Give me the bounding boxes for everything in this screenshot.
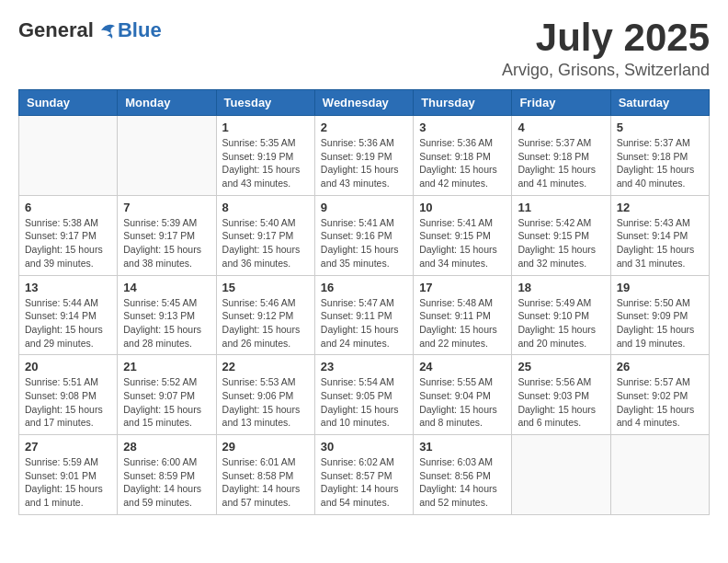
calendar-cell: 17Sunrise: 5:48 AM Sunset: 9:11 PM Dayli…	[414, 275, 512, 355]
day-info: Sunrise: 5:52 AM Sunset: 9:07 PM Dayligh…	[123, 375, 210, 430]
calendar-cell: 7Sunrise: 5:39 AM Sunset: 9:17 PM Daylig…	[118, 195, 216, 275]
calendar-cell: 31Sunrise: 6:03 AM Sunset: 8:56 PM Dayli…	[414, 435, 512, 515]
day-number: 27	[25, 440, 111, 454]
calendar-cell: 5Sunrise: 5:37 AM Sunset: 9:18 PM Daylig…	[610, 116, 709, 196]
calendar-cell: 24Sunrise: 5:55 AM Sunset: 9:04 PM Dayli…	[414, 355, 512, 435]
day-info: Sunrise: 5:57 AM Sunset: 9:02 PM Dayligh…	[617, 375, 703, 430]
calendar-cell	[118, 116, 216, 196]
calendar-cell: 18Sunrise: 5:49 AM Sunset: 9:10 PM Dayli…	[512, 275, 610, 355]
logo-bird-icon	[96, 19, 118, 41]
day-number: 23	[321, 360, 407, 373]
calendar-cell: 28Sunrise: 6:00 AM Sunset: 8:59 PM Dayli…	[118, 435, 216, 515]
day-number: 24	[419, 360, 506, 373]
day-info: Sunrise: 6:02 AM Sunset: 8:57 PM Dayligh…	[321, 455, 407, 510]
day-number: 29	[222, 440, 309, 454]
day-number: 6	[25, 201, 111, 214]
day-number: 26	[617, 360, 703, 373]
calendar-cell	[610, 435, 709, 515]
day-number: 20	[25, 360, 111, 373]
day-info: Sunrise: 5:50 AM Sunset: 9:09 PM Dayligh…	[617, 296, 703, 350]
day-info: Sunrise: 5:37 AM Sunset: 9:18 PM Dayligh…	[617, 136, 703, 190]
calendar-cell	[19, 116, 118, 196]
calendar-cell: 8Sunrise: 5:40 AM Sunset: 9:17 PM Daylig…	[216, 195, 314, 275]
day-info: Sunrise: 5:48 AM Sunset: 9:11 PM Dayligh…	[419, 296, 506, 350]
day-info: Sunrise: 5:43 AM Sunset: 9:14 PM Dayligh…	[617, 216, 703, 270]
day-number: 4	[518, 121, 604, 134]
weekday-header-tuesday: Tuesday	[216, 90, 314, 116]
calendar-cell: 3Sunrise: 5:36 AM Sunset: 9:18 PM Daylig…	[414, 116, 512, 196]
day-info: Sunrise: 6:03 AM Sunset: 8:56 PM Dayligh…	[419, 455, 506, 510]
calendar-week-row: 20Sunrise: 5:51 AM Sunset: 9:08 PM Dayli…	[19, 355, 710, 435]
weekday-header-thursday: Thursday	[414, 90, 512, 116]
day-info: Sunrise: 5:37 AM Sunset: 9:18 PM Dayligh…	[518, 136, 604, 190]
day-number: 5	[617, 121, 703, 134]
calendar-cell: 21Sunrise: 5:52 AM Sunset: 9:07 PM Dayli…	[118, 355, 216, 435]
day-info: Sunrise: 5:59 AM Sunset: 9:01 PM Dayligh…	[25, 455, 111, 510]
day-info: Sunrise: 5:53 AM Sunset: 9:06 PM Dayligh…	[222, 375, 309, 430]
page-header: General Blue July 2025 Arvigo, Grisons, …	[18, 18, 710, 80]
weekday-header-monday: Monday	[118, 90, 216, 116]
day-number: 3	[419, 121, 506, 134]
day-number: 8	[222, 201, 309, 214]
day-number: 18	[518, 281, 604, 294]
day-info: Sunrise: 5:49 AM Sunset: 9:10 PM Dayligh…	[518, 296, 604, 350]
calendar-cell: 29Sunrise: 6:01 AM Sunset: 8:58 PM Dayli…	[216, 435, 314, 515]
calendar-cell: 6Sunrise: 5:38 AM Sunset: 9:17 PM Daylig…	[19, 195, 118, 275]
weekday-header-sunday: Sunday	[19, 90, 118, 116]
logo-general-text: General	[18, 18, 94, 42]
day-info: Sunrise: 5:51 AM Sunset: 9:08 PM Dayligh…	[25, 375, 111, 430]
calendar-cell: 14Sunrise: 5:45 AM Sunset: 9:13 PM Dayli…	[118, 275, 216, 355]
calendar-cell: 19Sunrise: 5:50 AM Sunset: 9:09 PM Dayli…	[610, 275, 709, 355]
calendar-cell: 25Sunrise: 5:56 AM Sunset: 9:03 PM Dayli…	[512, 355, 610, 435]
day-number: 12	[617, 201, 703, 214]
day-info: Sunrise: 5:47 AM Sunset: 9:11 PM Dayligh…	[321, 296, 407, 350]
calendar-cell: 23Sunrise: 5:54 AM Sunset: 9:05 PM Dayli…	[314, 355, 413, 435]
location-text: Arvigo, Grisons, Switzerland	[502, 61, 710, 80]
calendar-cell: 9Sunrise: 5:41 AM Sunset: 9:16 PM Daylig…	[314, 195, 413, 275]
day-info: Sunrise: 5:42 AM Sunset: 9:15 PM Dayligh…	[518, 216, 604, 270]
calendar-cell: 20Sunrise: 5:51 AM Sunset: 9:08 PM Dayli…	[19, 355, 118, 435]
calendar-week-row: 27Sunrise: 5:59 AM Sunset: 9:01 PM Dayli…	[19, 435, 710, 515]
calendar-cell: 15Sunrise: 5:46 AM Sunset: 9:12 PM Dayli…	[216, 275, 314, 355]
day-number: 21	[123, 360, 210, 373]
month-title: July 2025	[502, 18, 710, 57]
calendar-cell: 4Sunrise: 5:37 AM Sunset: 9:18 PM Daylig…	[512, 116, 610, 196]
calendar-cell: 30Sunrise: 6:02 AM Sunset: 8:57 PM Dayli…	[314, 435, 413, 515]
day-number: 22	[222, 360, 309, 373]
day-number: 15	[222, 281, 309, 294]
day-info: Sunrise: 5:46 AM Sunset: 9:12 PM Dayligh…	[222, 296, 309, 350]
calendar-cell: 27Sunrise: 5:59 AM Sunset: 9:01 PM Dayli…	[19, 435, 118, 515]
day-number: 17	[419, 281, 506, 294]
weekday-header-row: SundayMondayTuesdayWednesdayThursdayFrid…	[19, 90, 710, 116]
day-info: Sunrise: 5:35 AM Sunset: 9:19 PM Dayligh…	[222, 136, 309, 190]
day-info: Sunrise: 6:01 AM Sunset: 8:58 PM Dayligh…	[222, 455, 309, 510]
weekday-header-saturday: Saturday	[610, 90, 709, 116]
calendar-week-row: 13Sunrise: 5:44 AM Sunset: 9:14 PM Dayli…	[19, 275, 710, 355]
calendar-week-row: 1Sunrise: 5:35 AM Sunset: 9:19 PM Daylig…	[19, 116, 710, 196]
day-number: 30	[321, 440, 407, 454]
day-number: 16	[321, 281, 407, 294]
day-info: Sunrise: 5:38 AM Sunset: 9:17 PM Dayligh…	[25, 216, 111, 270]
day-number: 28	[123, 440, 210, 454]
day-number: 2	[321, 121, 407, 134]
day-info: Sunrise: 5:45 AM Sunset: 9:13 PM Dayligh…	[123, 296, 210, 350]
day-number: 13	[25, 281, 111, 294]
day-info: Sunrise: 5:39 AM Sunset: 9:17 PM Dayligh…	[123, 216, 210, 270]
calendar-cell: 11Sunrise: 5:42 AM Sunset: 9:15 PM Dayli…	[512, 195, 610, 275]
calendar-cell: 2Sunrise: 5:36 AM Sunset: 9:19 PM Daylig…	[314, 116, 413, 196]
day-number: 10	[419, 201, 506, 214]
day-number: 25	[518, 360, 604, 373]
day-info: Sunrise: 5:36 AM Sunset: 9:18 PM Dayligh…	[419, 136, 506, 190]
day-number: 9	[321, 201, 407, 214]
calendar-cell: 16Sunrise: 5:47 AM Sunset: 9:11 PM Dayli…	[314, 275, 413, 355]
calendar-cell: 26Sunrise: 5:57 AM Sunset: 9:02 PM Dayli…	[610, 355, 709, 435]
logo: General Blue	[18, 18, 162, 42]
calendar-cell: 10Sunrise: 5:41 AM Sunset: 9:15 PM Dayli…	[414, 195, 512, 275]
day-number: 1	[222, 121, 309, 134]
day-info: Sunrise: 5:41 AM Sunset: 9:16 PM Dayligh…	[321, 216, 407, 270]
calendar-cell: 12Sunrise: 5:43 AM Sunset: 9:14 PM Dayli…	[610, 195, 709, 275]
calendar-table: SundayMondayTuesdayWednesdayThursdayFrid…	[18, 89, 710, 515]
logo-blue-text: Blue	[118, 18, 162, 42]
day-info: Sunrise: 5:36 AM Sunset: 9:19 PM Dayligh…	[321, 136, 407, 190]
day-number: 19	[617, 281, 703, 294]
